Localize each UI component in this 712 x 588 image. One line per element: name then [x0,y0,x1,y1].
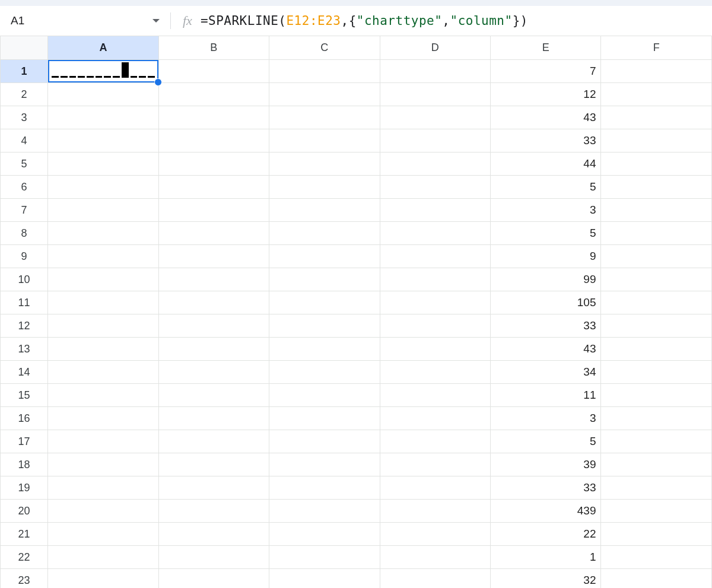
chevron-down-icon[interactable] [152,19,160,23]
cell-C18[interactable] [269,453,380,476]
cell-E21[interactable]: 22 [491,523,601,546]
cell-F22[interactable] [601,546,712,569]
row-header-19[interactable]: 19 [1,476,48,500]
row-header-17[interactable]: 17 [1,430,48,453]
cell-E8[interactable]: 5 [491,222,601,245]
cell-C13[interactable] [269,338,380,361]
cell-F7[interactable] [601,199,712,222]
row-header-5[interactable]: 5 [1,152,48,176]
row-header-7[interactable]: 7 [1,199,48,222]
cell-D22[interactable] [380,546,490,569]
row-header-6[interactable]: 6 [1,176,48,199]
cell-E10[interactable]: 99 [491,268,601,291]
cell-F9[interactable] [601,245,712,268]
cell-A21[interactable] [48,523,158,546]
cell-D8[interactable] [380,222,490,245]
cell-C12[interactable] [269,314,380,338]
cell-C17[interactable] [269,430,380,453]
cell-E9[interactable]: 9 [491,245,601,268]
cell-E3[interactable]: 43 [491,106,601,129]
cell-E22[interactable]: 1 [491,546,601,569]
cell-D2[interactable] [380,83,490,106]
formula-input[interactable]: =SPARKLINE(E12:E23,{"charttype","column"… [201,14,528,28]
cell-B4[interactable] [158,129,269,152]
cell-B6[interactable] [158,176,269,199]
cell-A8[interactable] [48,222,158,245]
cell-C6[interactable] [269,176,380,199]
cell-D11[interactable] [380,291,490,314]
fx-icon[interactable]: fx [183,13,192,28]
select-all-corner[interactable] [1,36,48,60]
cell-B5[interactable] [158,152,269,176]
cell-C15[interactable] [269,384,380,407]
cell-B20[interactable] [158,500,269,523]
cell-F20[interactable] [601,500,712,523]
cell-E17[interactable]: 5 [491,430,601,453]
cell-E4[interactable]: 33 [491,129,601,152]
row-header-1[interactable]: 1 [1,60,48,83]
cell-B7[interactable] [158,199,269,222]
cell-E19[interactable]: 33 [491,476,601,500]
row-header-22[interactable]: 22 [1,546,48,569]
cell-C9[interactable] [269,245,380,268]
row-header-10[interactable]: 10 [1,268,48,291]
cell-A5[interactable] [48,152,158,176]
cell-B3[interactable] [158,106,269,129]
cell-B17[interactable] [158,430,269,453]
cell-B9[interactable] [158,245,269,268]
column-header-E[interactable]: E [491,36,601,60]
cell-F17[interactable] [601,430,712,453]
cell-D19[interactable] [380,476,490,500]
cell-D4[interactable] [380,129,490,152]
cell-D13[interactable] [380,338,490,361]
cell-E2[interactable]: 12 [491,83,601,106]
cell-A17[interactable] [48,430,158,453]
cell-B22[interactable] [158,546,269,569]
row-header-21[interactable]: 21 [1,523,48,546]
cell-A1[interactable] [48,60,158,83]
cell-C3[interactable] [269,106,380,129]
cell-D17[interactable] [380,430,490,453]
cell-B12[interactable] [158,314,269,338]
cell-C20[interactable] [269,500,380,523]
cell-F13[interactable] [601,338,712,361]
cell-B21[interactable] [158,523,269,546]
cell-D15[interactable] [380,384,490,407]
cell-E11[interactable]: 105 [491,291,601,314]
cell-B10[interactable] [158,268,269,291]
name-box-input[interactable] [9,11,152,31]
cell-F3[interactable] [601,106,712,129]
cell-C23[interactable] [269,569,380,589]
cell-A16[interactable] [48,407,158,430]
cell-C21[interactable] [269,523,380,546]
column-header-D[interactable]: D [380,36,490,60]
cell-D23[interactable] [380,569,490,589]
cell-C19[interactable] [269,476,380,500]
cell-D5[interactable] [380,152,490,176]
cell-B15[interactable] [158,384,269,407]
row-header-3[interactable]: 3 [1,106,48,129]
cell-D3[interactable] [380,106,490,129]
cell-B16[interactable] [158,407,269,430]
cell-E20[interactable]: 439 [491,500,601,523]
cell-F16[interactable] [601,407,712,430]
cell-F10[interactable] [601,268,712,291]
cell-F14[interactable] [601,361,712,384]
row-header-2[interactable]: 2 [1,83,48,106]
column-header-F[interactable]: F [601,36,712,60]
cell-A19[interactable] [48,476,158,500]
cell-A6[interactable] [48,176,158,199]
cell-B23[interactable] [158,569,269,589]
cell-A10[interactable] [48,268,158,291]
cell-A11[interactable] [48,291,158,314]
cell-B19[interactable] [158,476,269,500]
cell-B8[interactable] [158,222,269,245]
cell-A3[interactable] [48,106,158,129]
cell-E14[interactable]: 34 [491,361,601,384]
cell-C10[interactable] [269,268,380,291]
cell-E7[interactable]: 3 [491,199,601,222]
cell-F23[interactable] [601,569,712,589]
cell-A2[interactable] [48,83,158,106]
cell-D12[interactable] [380,314,490,338]
cell-A4[interactable] [48,129,158,152]
